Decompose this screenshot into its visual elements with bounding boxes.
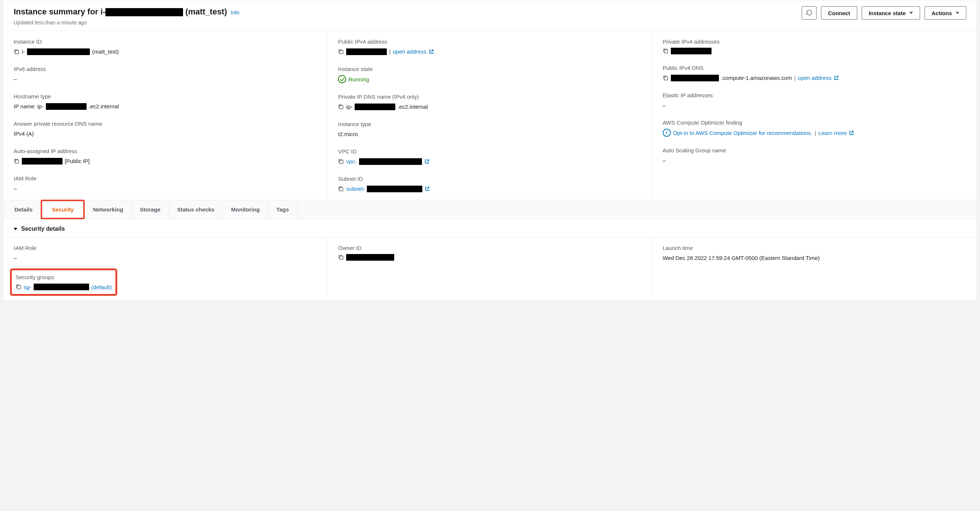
- vpc-link[interactable]: vpc-: [346, 158, 356, 165]
- copy-icon[interactable]: [338, 255, 344, 260]
- redacted-instance-id: [105, 8, 183, 16]
- external-link-icon: [834, 75, 839, 81]
- field-vpc-id: VPC ID vpc-: [338, 148, 641, 165]
- svg-rect-9: [340, 256, 343, 259]
- open-address-link[interactable]: open address: [798, 74, 831, 82]
- tab-storage[interactable]: Storage: [132, 201, 169, 218]
- copy-icon[interactable]: [338, 49, 344, 55]
- info-link[interactable]: Info: [231, 9, 239, 17]
- copy-icon[interactable]: [16, 284, 21, 290]
- field-public-dns: Public IPv4 DNS .compute-1.amazonaws.com…: [663, 64, 966, 82]
- tab-monitoring[interactable]: Monitoring: [223, 201, 268, 218]
- svg-rect-5: [340, 188, 343, 191]
- security-group-default[interactable]: (default): [91, 283, 112, 291]
- field-answer-dns: Answer private resource DNS name IPv4 (A…: [14, 120, 317, 138]
- field-subnet-id: Subnet ID subnet-: [338, 175, 641, 193]
- field-asg: Auto Scaling Group name –: [663, 146, 966, 164]
- connect-button[interactable]: Connect: [821, 6, 857, 20]
- svg-rect-0: [16, 50, 19, 54]
- redacted: [22, 158, 62, 164]
- field-ipv6: IPv6 address –: [14, 65, 317, 83]
- refresh-icon: [806, 9, 813, 17]
- redacted: [367, 186, 422, 192]
- sec-field-owner-id: Owner ID: [338, 244, 641, 261]
- caret-down-icon: [909, 12, 913, 14]
- title-suffix: (matt_test): [185, 7, 227, 16]
- tab-status-checks[interactable]: Status checks: [169, 201, 223, 218]
- tab-details[interactable]: Details: [14, 201, 41, 218]
- page-title: Instance summary for i- (matt_test) Info: [14, 6, 239, 18]
- check-circle-icon: [338, 75, 346, 83]
- refresh-button[interactable]: [802, 6, 816, 20]
- tab-bar: Details Security Networking Storage Stat…: [3, 200, 977, 219]
- field-iam-role: IAM Role –: [14, 175, 317, 192]
- field-instance-type: Instance type t2.micro: [338, 120, 641, 138]
- redacted: [346, 254, 394, 261]
- svg-rect-1: [16, 160, 19, 163]
- copy-icon[interactable]: [338, 159, 344, 164]
- tab-security[interactable]: Security: [42, 201, 83, 218]
- instance-state-button[interactable]: Instance state: [862, 6, 920, 20]
- svg-rect-3: [340, 105, 343, 109]
- redacted: [346, 48, 387, 55]
- copy-icon[interactable]: [663, 48, 669, 54]
- external-link-icon: [425, 186, 430, 191]
- field-auto-ip: Auto-assigned IP address [Public IP]: [14, 147, 317, 165]
- subnet-link[interactable]: subnet-: [346, 185, 364, 193]
- info-circle-icon: i: [663, 129, 671, 137]
- copy-icon[interactable]: [338, 186, 344, 192]
- redacted: [33, 283, 89, 290]
- learn-more-link[interactable]: Learn more: [818, 129, 847, 137]
- copy-icon[interactable]: [663, 75, 669, 81]
- field-instance-id: Instance ID i- (matt_test): [14, 38, 317, 56]
- redacted: [359, 158, 422, 165]
- field-instance-state: Instance state Running: [338, 65, 641, 83]
- external-link-icon: [429, 49, 434, 54]
- copy-icon[interactable]: [14, 158, 20, 164]
- redacted: [671, 48, 711, 54]
- external-link-icon: [849, 130, 854, 136]
- svg-rect-4: [340, 160, 343, 164]
- redacted: [355, 103, 395, 110]
- copy-icon[interactable]: [14, 49, 20, 55]
- svg-rect-8: [18, 286, 21, 289]
- tab-networking[interactable]: Networking: [85, 201, 132, 218]
- external-link-icon: [424, 159, 430, 164]
- redacted: [27, 48, 90, 55]
- highlight-security-tab: Security: [41, 200, 85, 219]
- sec-field-iam-role: IAM Role –: [14, 244, 317, 262]
- title-prefix: Instance summary for i-: [14, 7, 105, 16]
- triangle-down-icon: [14, 228, 18, 230]
- field-elastic-ip: Elastic IP addresses –: [663, 91, 966, 109]
- field-public-ipv4: Public IPv4 address | open address: [338, 38, 641, 56]
- open-address-link[interactable]: open address: [393, 48, 426, 56]
- svg-rect-7: [664, 76, 668, 80]
- svg-rect-6: [664, 50, 668, 53]
- highlight-security-groups: Security groups sg- (default): [10, 269, 117, 296]
- actions-button[interactable]: Actions: [924, 6, 966, 20]
- optin-optimizer-link[interactable]: Opt-in to AWS Compute Optimizer for reco…: [673, 129, 813, 137]
- field-hostname-type: Hostname type IP name: ip-.ec2.internal: [14, 92, 317, 110]
- sec-field-security-groups: Security groups sg- (default): [14, 271, 317, 293]
- field-compute-optimizer: AWS Compute Optimizer finding i Opt-in t…: [663, 119, 966, 137]
- tab-tags[interactable]: Tags: [268, 201, 298, 218]
- last-updated: Updated less than a minute ago: [14, 19, 239, 27]
- redacted: [671, 75, 719, 81]
- security-details-heading[interactable]: Security details: [3, 219, 977, 237]
- redacted: [46, 103, 86, 110]
- status-running: Running: [338, 75, 369, 83]
- field-private-ipv4: Private IPv4 addresses: [663, 38, 966, 54]
- copy-icon[interactable]: [338, 104, 344, 110]
- caret-down-icon: [956, 12, 959, 14]
- sec-field-launch-time: Launch time Wed Dec 28 2022 17:59:24 GMT…: [663, 244, 966, 262]
- svg-rect-2: [340, 50, 343, 54]
- field-private-dns: Private IP DNS name (IPv4 only) ip-.ec2.…: [338, 93, 641, 111]
- security-group-link[interactable]: sg-: [24, 283, 32, 291]
